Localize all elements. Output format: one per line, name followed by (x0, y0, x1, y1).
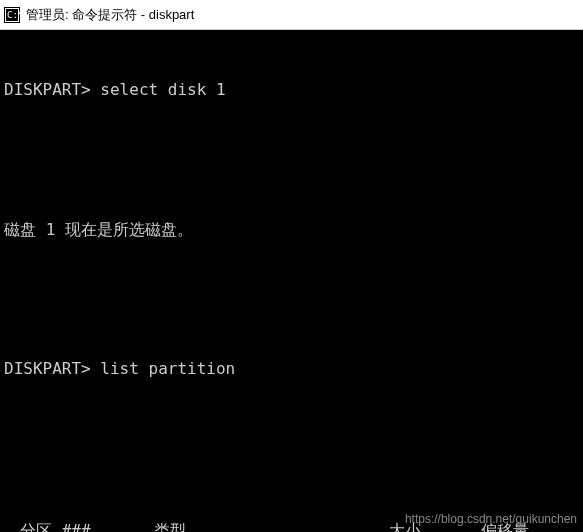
command-line: DISKPART> list partition (4, 357, 579, 380)
cmd-icon: C:\ (4, 7, 20, 23)
col-header-partition: 分区 ### (4, 519, 154, 532)
col-header-type: 类型 (154, 519, 324, 532)
window-title: 管理员: 命令提示符 - diskpart (26, 6, 194, 24)
titlebar[interactable]: C:\ 管理员: 命令提示符 - diskpart (0, 0, 583, 30)
command-text: select disk 1 (100, 80, 225, 99)
response-line: 磁盘 1 现在是所选磁盘。 (4, 218, 579, 241)
command-prompt-window: C:\ 管理员: 命令提示符 - diskpart DISKPART> sele… (0, 0, 583, 532)
prompt: DISKPART> (4, 80, 91, 99)
watermark-text: https://blog.csdn.net/guikunchen (405, 511, 577, 528)
blank-line (4, 287, 579, 310)
command-line: DISKPART> select disk 1 (4, 78, 579, 101)
prompt: DISKPART> (4, 359, 91, 378)
command-text: list partition (100, 359, 235, 378)
terminal-area[interactable]: DISKPART> select disk 1 磁盘 1 现在是所选磁盘。 DI… (0, 30, 583, 532)
blank-line (4, 148, 579, 171)
blank-line (4, 426, 579, 449)
svg-text:C:\: C:\ (7, 10, 20, 20)
